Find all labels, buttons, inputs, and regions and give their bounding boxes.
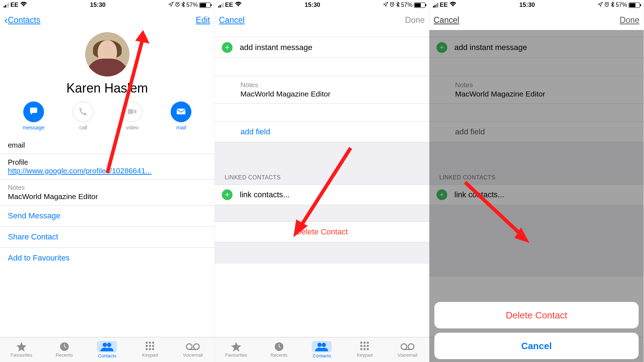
svg-point-28 — [367, 342, 369, 344]
status-bar: EE 15:30 57% — [215, 0, 429, 10]
done-button[interactable]: Done — [405, 15, 425, 25]
tab-keypad[interactable]: Keypad — [128, 337, 171, 362]
svg-point-8 — [146, 342, 148, 344]
mail-button[interactable]: mail — [171, 101, 191, 130]
tab-label: Keypad — [357, 352, 372, 358]
notes-value: MacWorld Magazine Editor — [240, 90, 422, 98]
link-contacts-row[interactable]: + link contacts... — [215, 184, 429, 205]
plus-icon: + — [436, 42, 447, 53]
call-button[interactable]: call — [73, 101, 93, 130]
add-field-label: add field — [240, 127, 270, 137]
add-field-label: add field — [455, 127, 485, 137]
tab-label: Voicemail — [397, 352, 418, 358]
delete-contact-label: Delete Contact — [296, 227, 348, 237]
tab-keypad[interactable]: Keypad — [343, 337, 386, 362]
signal-icon — [218, 3, 224, 8]
notes-value: MacWorld Magazine Editor — [8, 192, 206, 201]
location-icon — [169, 1, 174, 9]
profile-row[interactable]: Profile http://www.google.com/profiles/1… — [0, 154, 214, 180]
action-sheet: Delete Contact Cancel — [434, 302, 639, 359]
done-button: Done — [620, 15, 639, 25]
add-to-favourites-button[interactable]: Add to Favourites — [0, 248, 214, 268]
star-icon — [16, 342, 27, 352]
notes-row: Notes MacWorld Magazine Editor — [429, 76, 644, 104]
profile-url[interactable]: http://www.google.com/profiles/10286641.… — [8, 167, 206, 175]
plus-icon: + — [222, 189, 233, 200]
video-button[interactable]: video — [122, 101, 142, 130]
profile-label: Profile — [8, 158, 206, 167]
add-field-row: add field — [429, 122, 644, 142]
add-im-label: add instant message — [454, 43, 527, 52]
cancel-button[interactable]: Cancel — [219, 15, 245, 25]
email-row[interactable]: email — [0, 137, 214, 154]
svg-point-9 — [149, 342, 151, 344]
tab-voicemail[interactable]: Voicemail — [171, 337, 214, 362]
clock-icon — [274, 342, 284, 352]
add-instant-message-row[interactable]: + add instant message — [215, 37, 429, 58]
message-label: message — [23, 124, 45, 130]
svg-point-31 — [367, 345, 369, 347]
delete-contact-row[interactable]: Delete Contact — [215, 222, 429, 242]
alarm-icon — [175, 1, 180, 9]
tab-favourites[interactable]: Favourites — [0, 337, 43, 362]
send-message-button[interactable]: Send Message — [0, 205, 214, 227]
notes-label: Notes — [240, 81, 422, 89]
bluetooth-icon — [181, 1, 185, 9]
link-contacts-label: link contacts... — [240, 190, 289, 199]
alarm-icon — [604, 1, 609, 9]
status-time: 15:30 — [519, 1, 535, 9]
svg-point-17 — [186, 344, 192, 349]
plus-icon: + — [222, 42, 233, 53]
back-button[interactable]: ‹ Contacts — [4, 15, 40, 25]
tab-recents[interactable]: Recents — [43, 337, 86, 362]
tab-label: Keypad — [142, 352, 158, 358]
tab-voicemail[interactable]: Voicemail — [386, 337, 429, 362]
svg-point-29 — [360, 345, 362, 347]
svg-point-6 — [103, 343, 107, 347]
carrier-label: EE — [10, 1, 19, 9]
message-button[interactable]: message — [23, 101, 45, 130]
bluetooth-icon — [396, 1, 400, 9]
tab-label: Contacts — [313, 353, 331, 358]
bluetooth-icon — [611, 1, 614, 9]
svg-point-33 — [364, 348, 366, 350]
tab-contacts[interactable]: Contacts — [301, 337, 343, 362]
phone-screen-3: EE 15:30 57% Cancel Done + add instant m… — [429, 0, 644, 362]
battery-icon — [414, 3, 425, 8]
email-label: email — [8, 141, 206, 149]
tab-bar: Favourites Recents Contacts Keypad Voice… — [215, 337, 429, 362]
wifi-icon — [449, 1, 457, 9]
notes-row[interactable]: Notes MacWorld Magazine Editor — [215, 76, 429, 104]
svg-point-30 — [364, 345, 366, 347]
tab-recents[interactable]: Recents — [258, 337, 301, 362]
nav-bar: Cancel Done — [429, 10, 644, 30]
tab-contacts[interactable]: Contacts — [86, 337, 129, 362]
svg-point-35 — [401, 344, 407, 349]
battery-icon — [199, 3, 211, 8]
tab-bar: Favourites Recents Contacts Keypad Voice… — [0, 337, 214, 362]
share-contact-button[interactable]: Share Contact — [0, 227, 214, 248]
status-time: 15:30 — [305, 1, 320, 9]
svg-point-16 — [152, 348, 154, 350]
notes-row[interactable]: Notes MacWorld Magazine Editor — [0, 180, 214, 205]
sheet-delete-contact-button[interactable]: Delete Contact — [434, 302, 639, 328]
notes-label: Notes — [455, 81, 636, 89]
chevron-left-icon: ‹ — [4, 15, 8, 25]
contact-avatar[interactable] — [85, 32, 130, 76]
mail-icon — [176, 108, 186, 116]
sheet-cancel-button[interactable]: Cancel — [434, 333, 639, 359]
svg-point-26 — [360, 342, 362, 344]
phone-screen-1: EE 15:30 57% ‹ Contacts Edit Karen Hasle… — [0, 0, 215, 362]
linked-contacts-header: LINKED CONTACTS — [429, 142, 644, 184]
tab-label: Favourites — [225, 352, 247, 358]
back-label: Contacts — [8, 15, 40, 25]
add-field-row[interactable]: add field — [215, 122, 429, 142]
edit-button[interactable]: Edit — [196, 15, 210, 25]
tab-favourites[interactable]: Favourites — [215, 337, 258, 362]
link-contacts-row: + link contacts... — [429, 184, 644, 205]
phone-icon — [78, 107, 88, 117]
plus-icon: + — [436, 189, 447, 200]
signal-icon — [4, 3, 9, 8]
call-label: call — [79, 124, 87, 130]
svg-point-12 — [149, 345, 151, 347]
